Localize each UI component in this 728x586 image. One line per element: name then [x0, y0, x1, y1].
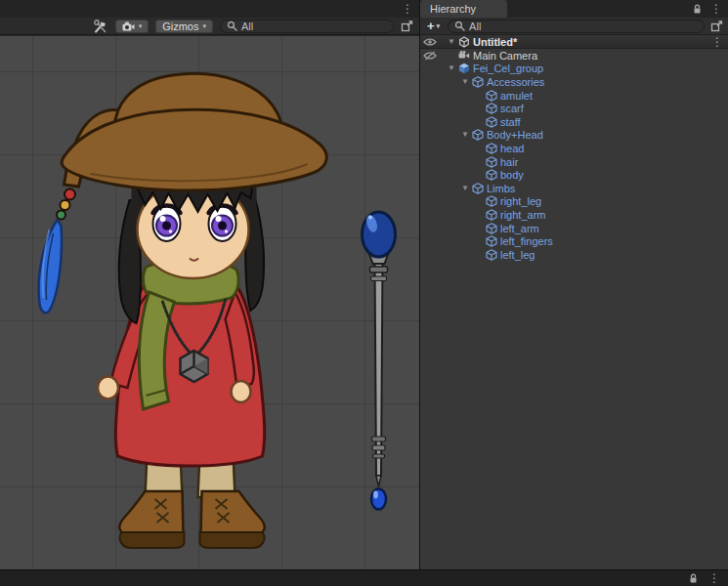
prefab-cube-icon: [485, 115, 498, 128]
foldout-open-icon[interactable]: ▼: [446, 38, 457, 46]
create-object-button[interactable]: + ▾: [425, 19, 442, 33]
hierarchy-search-input[interactable]: All: [448, 20, 705, 33]
prefab-cube-icon: [471, 182, 485, 194]
scene-row-menu-icon[interactable]: ⋮: [711, 36, 723, 48]
tab-hierarchy-label: Hierarchy: [430, 3, 476, 15]
prefab-cube-icon: [485, 248, 498, 261]
visibility-gutter: [423, 37, 438, 61]
hierarchy-item-left-arm[interactable]: left_arm: [420, 222, 728, 235]
camera-icon: [457, 49, 471, 62]
scene-row-untitled[interactable]: ▼ Untitled* ⋮: [420, 35, 728, 49]
staff-orb: [363, 212, 396, 257]
hierarchy-item-amulet[interactable]: amulet: [420, 89, 728, 103]
scene-tab-menu-icon[interactable]: ⋮: [402, 3, 413, 15]
prefab-cube-icon: [485, 195, 498, 208]
hierarchy-item-left-fingers[interactable]: left_fingers: [420, 234, 728, 248]
popout-icon[interactable]: [401, 21, 413, 32]
prefab-cube-icon: [471, 75, 485, 88]
prefab-root-icon: [457, 63, 471, 75]
foldout-open-icon[interactable]: ▼: [459, 78, 471, 86]
hat-feather: [39, 220, 62, 313]
chevron-down-icon: ▾: [139, 22, 143, 29]
prefab-cube-icon: [485, 103, 498, 115]
hierarchy-item-main-camera[interactable]: Main Camera: [420, 49, 728, 63]
hierarchy-item-right-arm[interactable]: right_arm: [420, 208, 728, 222]
scene-tabbar: ⋮: [0, 0, 419, 18]
hierarchy-item-label: Body+Head: [485, 129, 543, 141]
scene-camera-button[interactable]: ▾: [115, 20, 150, 33]
lock-icon[interactable]: [689, 573, 698, 584]
hierarchy-item-body-head[interactable]: ▼Body+Head: [420, 129, 728, 143]
hierarchy-item-limbs[interactable]: ▼Limbs: [420, 182, 728, 195]
hierarchy-item-head[interactable]: head: [420, 142, 728, 155]
hierarchy-item-accessories[interactable]: ▼Accessories: [420, 75, 728, 89]
hierarchy-item-right-leg[interactable]: right_leg: [420, 195, 728, 209]
hierarchy-item-fei-cel-group[interactable]: ▼Fei_Cel_group: [420, 63, 728, 76]
tools-icon[interactable]: [93, 20, 108, 33]
eye-icon[interactable]: [423, 37, 438, 47]
popout-icon[interactable]: [710, 21, 723, 32]
hierarchy-item-label: head: [498, 143, 524, 154]
foldout-open-icon[interactable]: ▼: [459, 131, 471, 139]
hierarchy-item-label: Limbs: [485, 183, 515, 194]
prefab-cube-icon: [485, 169, 498, 182]
search-icon: [454, 21, 465, 31]
hierarchy-item-label: hair: [498, 156, 518, 168]
prefab-cube-icon: [485, 142, 498, 154]
hierarchy-item-hair[interactable]: hair: [420, 155, 728, 169]
hierarchy-item-staff[interactable]: staff: [420, 115, 728, 129]
prefab-cube-icon: [485, 222, 498, 234]
scene-search-value: All: [241, 21, 253, 32]
unity-editor: ⋮ ▾: [0, 0, 728, 586]
hierarchy-item-body[interactable]: body: [420, 168, 728, 182]
scene-search-input[interactable]: All: [220, 20, 394, 33]
hierarchy-item-label: Main Camera: [471, 50, 537, 62]
tab-hierarchy[interactable]: Hierarchy: [420, 0, 507, 18]
status-bar: ⋮: [0, 569, 728, 586]
hierarchy-item-label: left_fingers: [498, 235, 553, 247]
hierarchy-item-label: right_leg: [498, 195, 541, 207]
hierarchy-item-left-leg[interactable]: left_leg: [420, 248, 728, 262]
hierarchy-tabbar: Hierarchy ⋮: [420, 0, 728, 18]
foldout-open-icon[interactable]: ▼: [459, 185, 471, 192]
hierarchy-item-label: scarf: [498, 103, 524, 114]
panel-menu-icon[interactable]: ⋮: [710, 3, 722, 15]
plus-icon: +: [427, 19, 435, 33]
hierarchy-item-label: right_arm: [498, 209, 545, 221]
hierarchy-item-label: left_leg: [498, 249, 535, 261]
unity-scene-icon: [457, 35, 471, 48]
hierarchy-item-label: Accessories: [485, 76, 544, 88]
hat-beads: [57, 189, 75, 220]
hierarchy-item-label: Fei_Cel_group: [471, 63, 543, 74]
character[interactable]: [39, 73, 327, 548]
gizmos-label: Gizmos: [162, 21, 198, 32]
prefab-cube-icon: [485, 235, 498, 248]
hierarchy-item-label: body: [498, 169, 524, 181]
staff-bottom-gem: [371, 489, 386, 510]
lock-icon[interactable]: [693, 4, 702, 15]
hierarchy-item-label: amulet: [498, 90, 533, 102]
scene-viewport[interactable]: [0, 36, 419, 569]
scene-name: Untitled*: [471, 36, 517, 48]
chevron-down-icon: ▾: [202, 22, 206, 29]
hierarchy-toolbar: + ▾ All: [420, 18, 728, 35]
hierarchy-item-label: staff: [498, 116, 521, 128]
status-menu-icon[interactable]: ⋮: [708, 572, 720, 584]
scene-canvas: [0, 36, 419, 569]
hierarchy-item-label: left_arm: [498, 223, 539, 234]
gizmos-dropdown[interactable]: Gizmos ▾: [155, 20, 213, 33]
foldout-open-icon[interactable]: ▼: [446, 64, 457, 72]
scene-toolbar: ▾ Gizmos ▾ All: [0, 18, 419, 35]
hierarchy-panel: Hierarchy ⋮ + ▾: [419, 0, 728, 569]
hierarchy-item-scarf[interactable]: scarf: [420, 102, 728, 115]
camera-icon: [122, 21, 135, 31]
prefab-cube-icon: [471, 129, 485, 142]
hierarchy-tree: Main Camera▼Fei_Cel_group▼Accessoriesamu…: [420, 49, 728, 262]
tabbar-controls: ⋮: [693, 3, 728, 15]
scene-view-pane: ⋮ ▾: [0, 0, 419, 569]
prefab-cube-icon: [485, 89, 498, 102]
prefab-cube-icon: [485, 155, 498, 168]
hierarchy-search-value: All: [469, 21, 481, 32]
staff-object[interactable]: [363, 212, 396, 510]
eye-off-icon[interactable]: [423, 51, 438, 61]
